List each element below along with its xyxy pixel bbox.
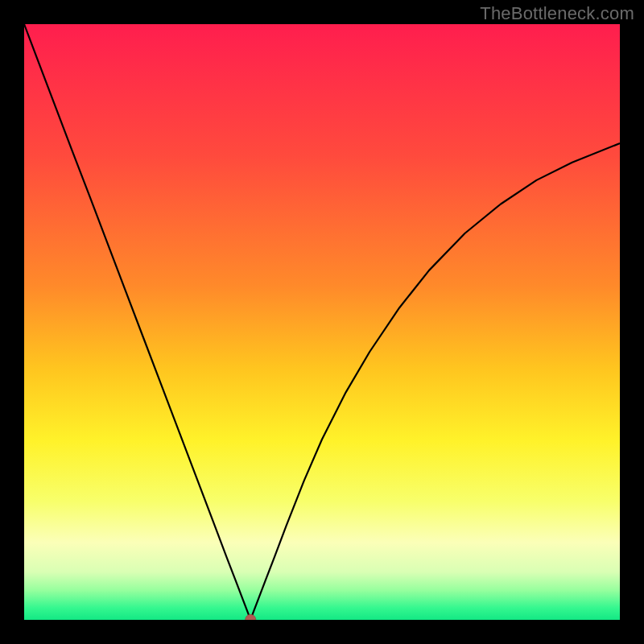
bottleneck-curve-svg [24, 24, 620, 620]
chart-frame: TheBottleneck.com [0, 0, 644, 644]
plot-area [24, 24, 620, 620]
optimal-point-marker [246, 614, 256, 620]
bottleneck-curve [24, 24, 620, 620]
watermark-text: TheBottleneck.com [480, 3, 634, 24]
